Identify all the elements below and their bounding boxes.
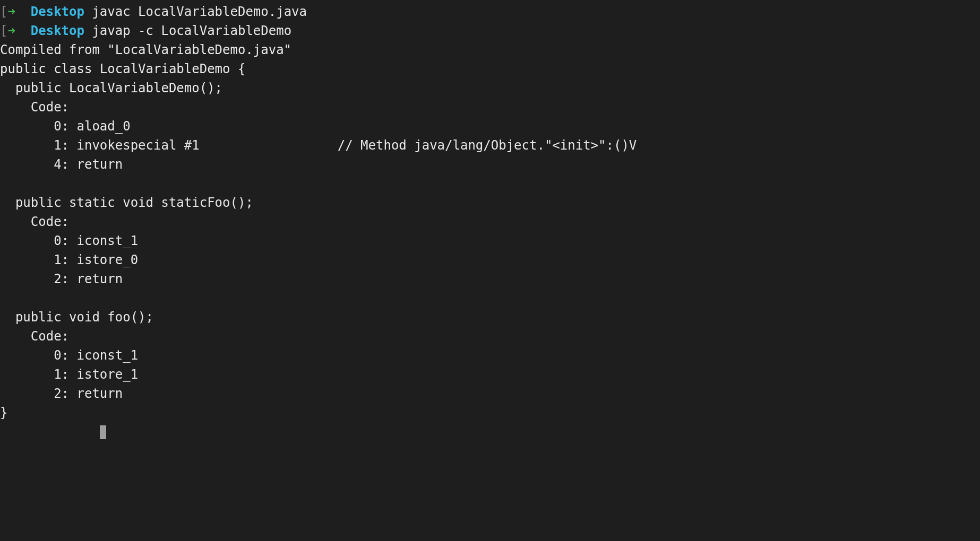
- terminal-output-line: 0: aload_0: [0, 119, 131, 134]
- prompt-space: [15, 4, 31, 19]
- terminal-output-line: [0, 424, 100, 439]
- terminal-output-line: public class LocalVariableDemo {: [0, 62, 245, 76]
- terminal-output-line: Code:: [0, 214, 69, 229]
- prompt-directory: Desktop: [31, 23, 84, 38]
- prompt-bracket: [: [0, 23, 7, 38]
- terminal-output-line: }: [0, 405, 7, 420]
- terminal-output-line: 0: iconst_1: [0, 348, 138, 363]
- terminal-output-line: public static void staticFoo();: [0, 195, 253, 210]
- terminal-output-line: 2: return: [0, 386, 123, 401]
- terminal-output-line: Code:: [0, 100, 69, 115]
- prompt-space: [15, 23, 31, 38]
- terminal-output-line: public void foo();: [0, 310, 153, 325]
- prompt-arrow: ➜: [7, 4, 15, 19]
- terminal-output-line: Code:: [0, 329, 69, 344]
- terminal-output-line: 1: istore_0: [0, 252, 138, 267]
- terminal-output-line: 4: return: [0, 157, 123, 172]
- terminal-output-line: 2: return: [0, 272, 123, 286]
- terminal-output-line: public LocalVariableDemo();: [0, 81, 222, 95]
- terminal-output-line: 0: iconst_1: [0, 233, 138, 248]
- terminal-command-line[interactable]: javac LocalVariableDemo.java: [92, 4, 307, 19]
- terminal-output-line: Compiled from "LocalVariableDemo.java": [0, 42, 291, 57]
- prompt-bracket: [: [0, 4, 7, 19]
- prompt-arrow: ➜: [7, 23, 15, 38]
- prompt-directory: Desktop: [31, 4, 84, 19]
- terminal-command-line[interactable]: javap -c LocalVariableDemo: [92, 23, 291, 38]
- terminal-cursor: [100, 425, 106, 439]
- terminal-output-line: 1: invokespecial #1 // Method java/lang/…: [0, 138, 637, 153]
- terminal-output-line: 1: istore_1: [0, 367, 138, 382]
- prompt-space: [84, 4, 92, 19]
- prompt-space: [84, 23, 92, 38]
